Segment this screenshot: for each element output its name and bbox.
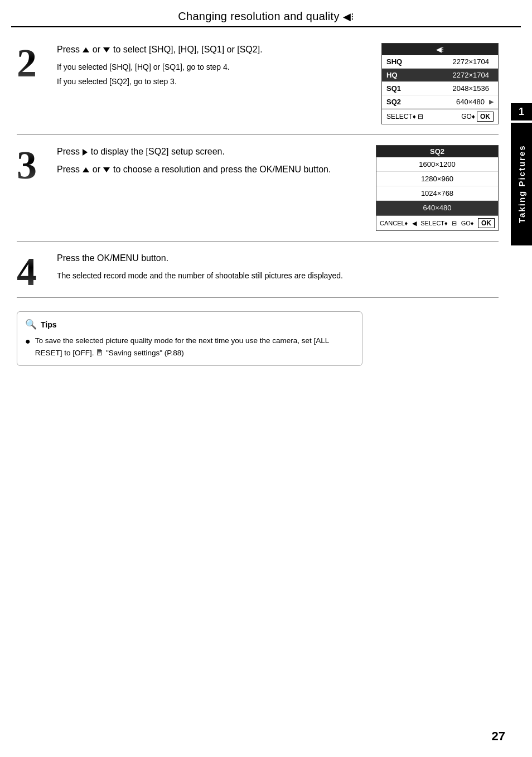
step-3-main-text-b: Press or to choose a resolution and pres…: [57, 163, 365, 176]
sq2-header: SQ2: [376, 146, 498, 157]
cam-footer-right: GO♦ OK: [461, 112, 494, 122]
step-4-sub: The selected record mode and the number …: [57, 269, 499, 282]
step-2: 2 Press or to select [SHQ], [HQ], [SQ1] …: [17, 33, 499, 135]
step-2-sub1: If you selected [SHQ], [HQ] or [SQ1], go…: [57, 61, 370, 73]
step-3-number-block: 3: [17, 145, 51, 185]
step-3-number: 3: [17, 145, 51, 185]
step-2-menu-image: ◀︎⁝ SHQ 2272×1704 HQ 2272×1704 SQ1 2048×…: [381, 43, 499, 124]
step-3: 3 Press to display the [SQ2] setup scree…: [17, 135, 499, 242]
tips-header: 🔍 Tips: [25, 319, 352, 330]
cam-footer-left: SELECT♦ ⊟: [386, 113, 423, 120]
sq2-row-1280: 1280×960: [376, 172, 498, 186]
step-2-number: 2: [17, 43, 51, 83]
sq2-cancel-icon: ◀: [412, 220, 417, 227]
side-tab-label: Taking Pictures: [511, 123, 532, 245]
cam-val-hq: 2272×1704: [408, 71, 489, 79]
sq2-box: SQ2 1600×1200 1280×960 1024×768 640×480 …: [376, 145, 499, 231]
cam-val-shq: 2272×1704: [408, 57, 489, 66]
step-4-body: Press the OK/MENU button. The selected r…: [51, 252, 499, 284]
sq2-select-label: SELECT♦: [420, 220, 447, 226]
triangle-up-icon: [83, 47, 89, 52]
cam-arrow-icon: ▶: [489, 98, 494, 105]
sq2-row-1600: 1600×1200: [376, 157, 498, 172]
cam-row-hq: HQ 2272×1704: [382, 69, 498, 82]
cam-label-sq1: SQ1: [386, 84, 408, 93]
step-2-cam-box: ◀︎⁝ SHQ 2272×1704 HQ 2272×1704 SQ1 2048×…: [381, 43, 499, 124]
sq2-go-label: GO♦: [461, 220, 474, 226]
tips-text: To save the selected picture quality mod…: [35, 335, 352, 359]
step-3-main-text-a: Press to display the [SQ2] setup screen.: [57, 145, 365, 158]
tips-icon: 🔍: [25, 319, 37, 330]
page-header: Changing resolution and quality ◀︎⁝: [0, 0, 532, 26]
step-2-sub2: If you selected [SQ2], go to step 3.: [57, 75, 370, 88]
triangle-down-icon: [103, 47, 110, 52]
header-icon: ◀︎⁝: [343, 11, 354, 23]
tips-label: Tips: [41, 320, 57, 329]
step-4-number: 4: [17, 252, 51, 292]
sq2-cancel-label: CANCEL♦: [380, 220, 408, 226]
cam-row-shq: SHQ 2272×1704: [382, 55, 498, 69]
triangle-up-icon-2: [83, 167, 89, 172]
page-number: 27: [492, 729, 505, 744]
step-4-number-block: 4: [17, 252, 51, 292]
step-3-body: Press to display the [SQ2] setup screen.…: [51, 145, 365, 181]
step-2-main-text: Press or to select [SHQ], [HQ], [SQ1] or…: [57, 43, 370, 56]
triangle-down-icon-2: [103, 167, 110, 172]
step-3-menu-image: SQ2 1600×1200 1280×960 1024×768 640×480 …: [376, 145, 499, 231]
main-content: 2 Press or to select [SHQ], [HQ], [SQ1] …: [0, 27, 532, 377]
cam-header-icon: ◀︎⁝: [436, 45, 444, 54]
triangle-right-icon: [83, 149, 88, 156]
step-4-main-text: Press the OK/MENU button.: [57, 252, 499, 265]
sq2-ok-button: OK: [478, 218, 495, 228]
side-tab-number: 1: [511, 103, 532, 120]
cam-row-sq2: SQ2 640×480 ▶: [382, 95, 498, 109]
cam-label-hq: HQ: [386, 71, 408, 79]
cam-footer: SELECT♦ ⊟ GO♦ OK: [382, 109, 498, 124]
sq2-row-1024: 1024×768: [376, 186, 498, 201]
cam-ok-button: OK: [477, 112, 494, 122]
cam-go-label: GO♦: [461, 113, 475, 120]
cam-select-icon: ⊟: [418, 113, 423, 120]
page-title: Changing resolution and quality: [178, 10, 340, 23]
tips-bullet: ●: [25, 335, 31, 348]
step-2-body: Press or to select [SHQ], [HQ], [SQ1] or…: [51, 43, 370, 90]
step-4: 4 Press the OK/MENU button. The selected…: [17, 242, 499, 298]
cam-label-sq2: SQ2: [386, 98, 408, 106]
cam-val-sq2: 640×480: [408, 98, 485, 106]
sq2-footer: CANCEL♦ ◀ SELECT♦ ⊟ GO♦ OK: [376, 215, 498, 230]
cam-select-label: SELECT♦: [386, 113, 416, 120]
tips-box: 🔍 Tips ● To save the selected picture qu…: [17, 311, 362, 366]
cam-label-shq: SHQ: [386, 57, 408, 66]
cam-row-sq1: SQ1 2048×1536: [382, 82, 498, 95]
sq2-select-icon: ⊟: [452, 220, 457, 227]
step-2-number-block: 2: [17, 43, 51, 83]
sq2-row-640: 640×480: [376, 201, 498, 215]
cam-val-sq1: 2048×1536: [408, 84, 489, 93]
cam-header: ◀︎⁝: [382, 44, 498, 55]
tips-content: ● To save the selected picture quality m…: [25, 335, 352, 359]
